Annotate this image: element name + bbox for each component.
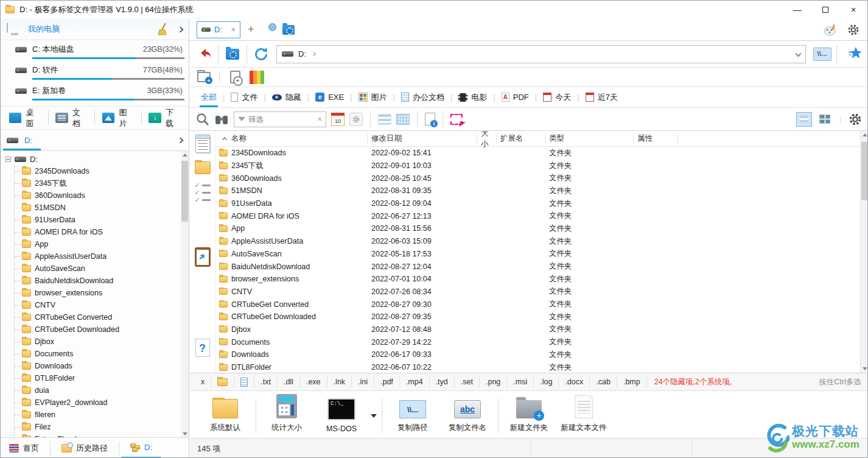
- ext-doc-filter[interactable]: [234, 376, 254, 388]
- filter-settings-icon[interactable]: [349, 113, 363, 126]
- expand-chevron-icon[interactable]: [178, 26, 184, 32]
- tab-close-icon[interactable]: ×: [231, 25, 236, 34]
- details-view-button[interactable]: [796, 112, 812, 127]
- folder-settings-icon[interactable]: [282, 25, 295, 35]
- quick-pictures[interactable]: 图片: [97, 107, 139, 129]
- filter-tab-files[interactable]: 文件: [225, 87, 264, 107]
- new-tab-button[interactable]: +: [248, 23, 254, 36]
- tree-scrollbar-thumb[interactable]: [181, 161, 188, 222]
- favorite-star-icon[interactable]: [848, 46, 863, 62]
- quick-documents[interactable]: 文档: [51, 107, 92, 129]
- filter-tab-today[interactable]: 今天: [537, 87, 577, 107]
- column-header-date[interactable]: 修改日期: [368, 131, 477, 146]
- file-scrollbar-thumb[interactable]: [861, 142, 868, 200]
- help-icon[interactable]: ?: [195, 339, 210, 357]
- new-text-file-button[interactable]: 新建文本文件: [557, 393, 611, 438]
- tree-root-node[interactable]: D:: [1, 153, 189, 165]
- tree-folder-item[interactable]: Documents: [15, 348, 189, 360]
- list-view-icon[interactable]: [378, 114, 391, 125]
- table-row[interactable]: Djbox 2022-07-12 08:48 文件夹: [215, 323, 868, 336]
- ms-dos-button[interactable]: C:\_ MS-DOS: [315, 393, 368, 438]
- table-row[interactable]: 360Downloads 2022-08-25 10:45 文件夹: [215, 172, 868, 185]
- table-row[interactable]: 51MSDN 2022-08-31 09:35 文件夹: [215, 185, 868, 197]
- drive-item[interactable]: D: 软件 77GB(48%): [1, 63, 189, 84]
- file-info-icon[interactable]: [425, 113, 435, 125]
- tree-folder-item[interactable]: AutoSaveScan: [15, 262, 189, 275]
- my-computer-row[interactable]: 我的电脑: [1, 19, 189, 40]
- view-settings-gear-icon[interactable]: [848, 112, 863, 127]
- thumbnail-view-button[interactable]: [817, 112, 833, 127]
- tree-folder-item[interactable]: 91UserData: [15, 214, 189, 226]
- drive-item[interactable]: C: 本地磁盘 23GB(32%): [1, 43, 189, 63]
- filter-tab-week[interactable]: 近7天: [579, 87, 624, 107]
- date-search-icon[interactable]: 10: [331, 113, 345, 126]
- column-header-type[interactable]: 类型: [545, 131, 634, 146]
- filter-tab-movies[interactable]: 电影: [452, 87, 493, 107]
- table-row[interactable]: Documents 2022-07-29 14:22 文件夹: [215, 336, 868, 348]
- extension-filter-item[interactable]: .pdf: [374, 376, 400, 388]
- tree-folder-item[interactable]: CRTubeGet Downloaded: [15, 323, 189, 336]
- tree-folder-item[interactable]: BaiduNetdiskDownload: [15, 275, 189, 287]
- dos-dropdown-icon[interactable]: [371, 414, 377, 418]
- checklist-icon[interactable]: ✓ ✓ ✓: [194, 183, 210, 202]
- color-label-icon[interactable]: [248, 68, 266, 86]
- tree-folder-item[interactable]: AppleAssistUserData: [15, 250, 189, 262]
- extension-filter-item[interactable]: .docx: [559, 376, 590, 388]
- settings-gear-icon[interactable]: [847, 23, 860, 37]
- table-row[interactable]: 2345下载 2022-09-01 10:03 文件夹: [215, 160, 868, 172]
- scroll-up-icon[interactable]: [863, 133, 867, 136]
- tree-panel-header[interactable]: D:: [1, 130, 189, 151]
- copy-path-quick-button[interactable]: \\...: [813, 48, 831, 61]
- column-header-name[interactable]: 名称: [215, 131, 368, 146]
- computer-network-icon[interactable]: [263, 24, 276, 35]
- tree-folder-item[interactable]: duia: [15, 384, 189, 396]
- tab-drive-d[interactable]: D:: [122, 438, 161, 458]
- address-bar[interactable]: D:: [276, 45, 806, 63]
- extension-filter-item[interactable]: .tyd: [430, 376, 455, 388]
- extension-filter-item[interactable]: .log: [534, 376, 559, 388]
- table-row[interactable]: DTL8Folder 2022-06-07 10:22 文件夹: [215, 361, 868, 373]
- context-menu-icon[interactable]: [195, 135, 210, 153]
- rubber-band-select-icon[interactable]: [450, 114, 463, 125]
- collapse-expander-icon[interactable]: [5, 157, 11, 162]
- tree-folder-item[interactable]: DTL8Folder: [15, 372, 189, 384]
- path-chevron-icon[interactable]: [312, 52, 316, 56]
- table-row[interactable]: AppleAssistUserData 2022-06-03 15:09 文件夹: [215, 235, 868, 248]
- tree-folder-item[interactable]: CRTubeGet Converted: [15, 311, 189, 323]
- filter-tab-pdf[interactable]: PDF: [495, 87, 535, 107]
- table-row[interactable]: browser_extensions 2022-07-01 10:04 文件夹: [215, 273, 868, 286]
- tab-home[interactable]: 首页: [1, 438, 47, 458]
- theme-palette-icon[interactable]: [824, 24, 837, 36]
- clear-filter-icon[interactable]: ×: [317, 114, 322, 124]
- tree-scrollbar[interactable]: [181, 151, 189, 438]
- scroll-down-icon[interactable]: [863, 367, 867, 370]
- filter-input[interactable]: [248, 115, 314, 124]
- extension-filter-item[interactable]: .mp4: [400, 376, 430, 388]
- new-folder-icon[interactable]: [195, 68, 213, 86]
- quick-desktop[interactable]: 桌面: [4, 107, 46, 129]
- filter-tab-hidden[interactable]: 隐藏: [266, 87, 307, 107]
- column-header-size[interactable]: 大小: [477, 131, 497, 146]
- clipboard-paste-icon[interactable]: [195, 247, 211, 267]
- filter-tab-all[interactable]: 全部: [195, 87, 223, 107]
- calc-size-button[interactable]: 统计大小: [260, 393, 313, 438]
- tree-folder-item[interactable]: 2345Downloads: [15, 165, 189, 177]
- new-file-icon[interactable]: [226, 68, 244, 86]
- ext-clear-button[interactable]: x: [195, 376, 211, 388]
- copy-filename-button[interactable]: abc 复制文件名: [441, 393, 494, 438]
- tree-folder-item[interactable]: Djbox: [15, 336, 189, 348]
- filter-tab-exe[interactable]: eEXE: [309, 87, 350, 107]
- minimize-button[interactable]: —: [783, 1, 811, 19]
- folder-options-icon[interactable]: [223, 45, 242, 63]
- tree-folder-item[interactable]: 51MSDN: [15, 202, 189, 214]
- file-list-scrollbar[interactable]: [860, 131, 868, 373]
- column-header-attr[interactable]: 属性: [634, 131, 678, 146]
- tree-folder-item[interactable]: browser_extensions: [15, 287, 189, 299]
- filter-tab-pictures[interactable]: 图片: [352, 87, 393, 107]
- tree-folder-item[interactable]: 2345下载: [15, 177, 189, 189]
- scroll-up-icon[interactable]: [183, 153, 187, 157]
- undo-back-icon[interactable]: [195, 45, 213, 63]
- folder-icon[interactable]: [195, 161, 211, 174]
- table-row[interactable]: App 2022-08-31 15:56 文件夹: [215, 222, 868, 235]
- tree-folder-item[interactable]: Filez: [15, 421, 189, 433]
